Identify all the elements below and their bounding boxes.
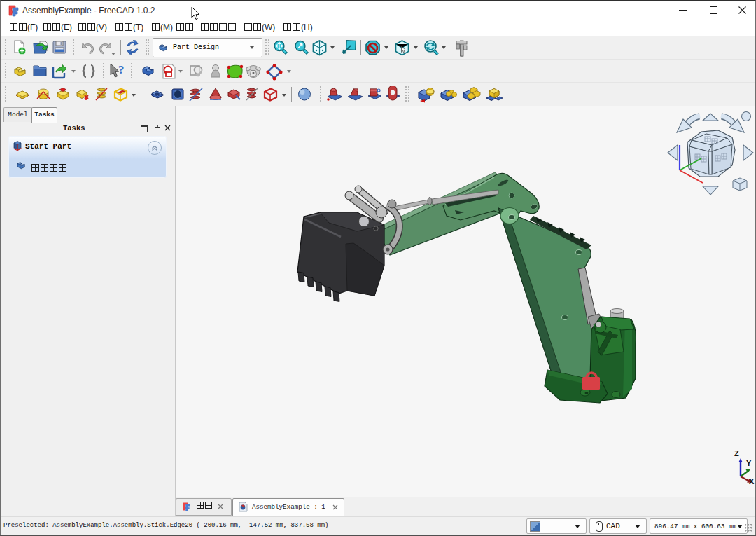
svg-text:Y: Y <box>746 459 752 467</box>
svg-text:Z: Z <box>734 449 739 458</box>
svg-text:X: X <box>749 477 755 486</box>
svg-text:?: ? <box>118 63 125 76</box>
